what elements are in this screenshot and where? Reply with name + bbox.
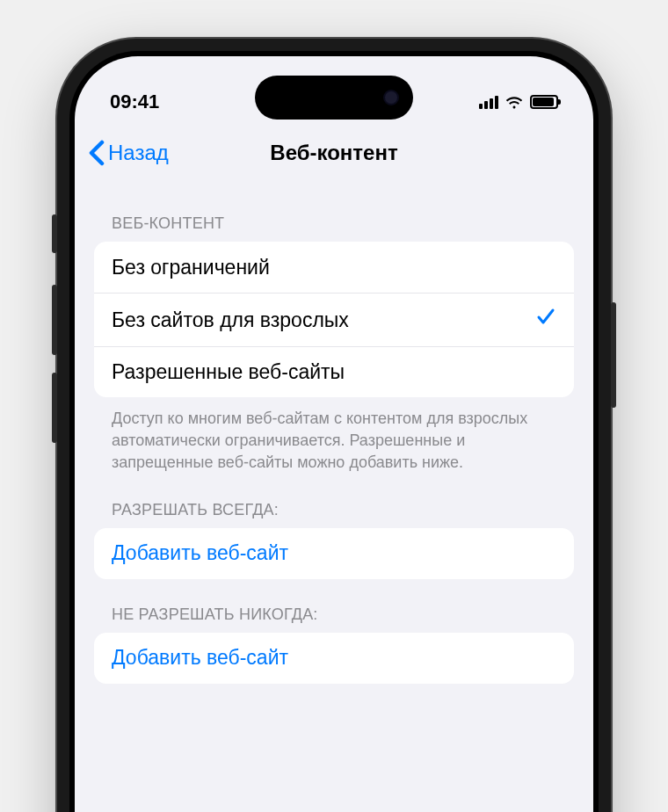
battery-icon [530,95,558,109]
wifi-icon [505,95,524,109]
cellular-signal-icon [479,95,498,109]
back-label: Назад [108,141,169,165]
status-time: 09:41 [110,91,159,113]
section-header-web-content: ВЕБ-КОНТЕНТ [94,197,574,242]
add-website-label: Добавить веб-сайт [112,646,288,670]
never-allow-group: Добавить веб-сайт [94,633,574,684]
add-website-label: Добавить веб-сайт [112,541,288,565]
web-content-options-group: Без ограничений Без сайтов для взрослых … [94,242,574,397]
add-website-never-button[interactable]: Добавить веб-сайт [94,633,574,684]
always-allow-group: Добавить веб-сайт [94,528,574,579]
mute-switch [52,214,57,253]
page-title: Веб-контент [270,141,397,165]
section-header-never-allow: НЕ РАЗРЕШАТЬ НИКОГДА: [94,579,574,633]
section-footer-web-content: Доступ ко многим веб-сайтам с контентом … [94,397,574,475]
back-button[interactable]: Назад [89,140,169,166]
phone-frame: 09:41 На [57,39,611,812]
option-label: Разрешенные веб-сайты [112,360,345,384]
option-label: Без ограничений [112,256,270,279]
option-label: Без сайтов для взрослых [112,308,349,332]
checkmark-icon [535,306,556,334]
volume-up-button [52,285,57,355]
dynamic-island [255,76,413,120]
option-allowed-only[interactable]: Разрешенные веб-сайты [94,346,574,397]
volume-down-button [52,373,57,443]
option-limit-adult[interactable]: Без сайтов для взрослых [94,293,574,346]
section-header-always-allow: РАЗРЕШАТЬ ВСЕГДА: [94,475,574,528]
screen: 09:41 На [75,56,593,812]
navigation-bar: Назад Веб-контент [75,127,593,179]
power-button [611,302,616,408]
option-unrestricted[interactable]: Без ограничений [94,242,574,293]
add-website-allow-button[interactable]: Добавить веб-сайт [94,528,574,579]
chevron-left-icon [89,140,105,166]
front-camera [383,90,399,105]
